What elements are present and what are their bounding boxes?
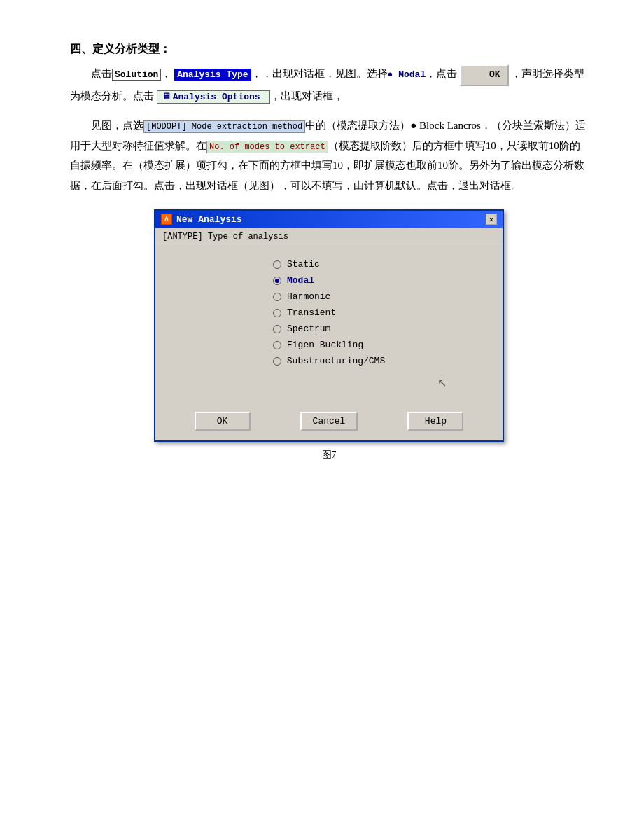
dialog-titlebar: Λ New Analysis ✕	[155, 211, 503, 228]
analysis-options-icon: 🖥	[162, 92, 171, 102]
radio-circle-eigen-buckling	[273, 341, 281, 349]
cancel-button[interactable]: Cancel	[300, 412, 358, 431]
modal-radio-label: ● Modal	[388, 69, 426, 80]
analysis-options-label: 🖥Analysis Options	[157, 90, 271, 104]
radio-circle-harmonic	[273, 293, 281, 301]
radio-circle-substructuring	[273, 357, 281, 366]
antype-label: [ANTYPE] Type of analysis	[155, 228, 503, 246]
ok-inline-button[interactable]: OK	[460, 64, 509, 86]
dialog-buttons-bar: OK Cancel Help	[155, 406, 503, 440]
radio-label-harmonic: Harmonic	[287, 291, 385, 302]
dialog-wrapper: Λ New Analysis ✕ [ANTYPE] Type of analys…	[70, 209, 588, 442]
radio-static[interactable]: Static	[169, 256, 489, 272]
radio-modal[interactable]: Modal	[169, 272, 489, 289]
radio-label-static: Static	[287, 259, 385, 270]
radio-label-eigen-buckling: Eigen Buckling	[287, 340, 385, 350]
paragraph-intro: 点击Solution， Analysis Type，，出现对话框，见图。选择● …	[70, 64, 588, 106]
radio-label-transient: Transient	[287, 307, 385, 318]
paragraph-detail: 见图，点选[MODOPT] Mode extraction method中的（模…	[70, 116, 588, 195]
solution-code: Solution	[112, 69, 161, 81]
radio-circle-transient	[273, 309, 281, 317]
ansys-logo-icon: Λ	[161, 214, 172, 225]
radio-eigen-buckling[interactable]: Eigen Buckling	[169, 337, 489, 353]
radio-substructuring[interactable]: Substructuring/CMS	[169, 353, 489, 369]
radio-label-modal: Modal	[287, 275, 385, 286]
analysis-type-highlight: Analysis Type	[174, 69, 251, 81]
dialog-close-button[interactable]: ✕	[486, 214, 497, 225]
section-title: 四、定义分析类型：	[70, 42, 588, 57]
help-button[interactable]: Help	[407, 412, 463, 431]
dialog-title-group: Λ New Analysis	[161, 214, 242, 225]
radio-circle-modal	[273, 277, 281, 285]
radio-spectrum[interactable]: Spectrum	[169, 321, 489, 337]
mouse-cursor-icon: ↖	[438, 376, 447, 389]
figure-caption: 图7	[70, 449, 588, 461]
radio-harmonic[interactable]: Harmonic	[169, 289, 489, 305]
dialog-body: Static Modal Harmonic Transient Spectrum	[155, 246, 503, 406]
no-of-modes-highlight: No. of modes to extract	[206, 141, 328, 153]
radio-circle-static	[273, 260, 281, 269]
radio-options-list: Static Modal Harmonic Transient Spectrum	[169, 256, 489, 369]
modopt-highlight: [MODOPT] Mode extraction method	[144, 120, 305, 133]
dialog-title-text: New Analysis	[176, 214, 242, 225]
ok-button[interactable]: OK	[195, 412, 251, 431]
new-analysis-dialog: Λ New Analysis ✕ [ANTYPE] Type of analys…	[154, 209, 504, 442]
radio-label-spectrum: Spectrum	[287, 324, 385, 334]
radio-transient[interactable]: Transient	[169, 305, 489, 321]
radio-circle-spectrum	[273, 325, 281, 333]
radio-label-substructuring: Substructuring/CMS	[287, 356, 385, 366]
